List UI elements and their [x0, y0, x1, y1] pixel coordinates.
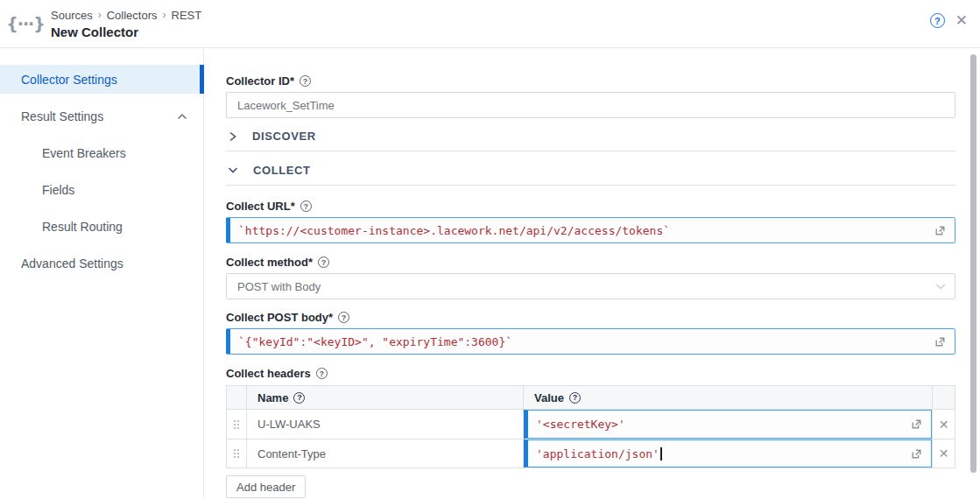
collect-method-label: Collect method* ?	[226, 256, 955, 269]
collect-headers-table: Name ? Value ? U-LW-UAKS '<sec	[226, 385, 955, 468]
chevron-up-icon	[177, 112, 187, 121]
sidebar-item-label: Result Settings	[21, 109, 103, 123]
drag-handle-icon[interactable]	[234, 449, 239, 458]
help-tooltip-icon[interactable]: ?	[318, 257, 329, 268]
expand-editor-icon[interactable]	[910, 418, 923, 431]
expand-editor-icon[interactable]	[934, 224, 947, 237]
collect-url-label-text: Collect URL*	[226, 200, 295, 213]
name-column-label: Name	[257, 391, 288, 404]
breadcrumb-sources[interactable]: Sources	[51, 9, 93, 22]
help-icon[interactable]: ?	[930, 13, 945, 28]
help-tooltip-icon[interactable]: ?	[338, 312, 349, 323]
help-tooltip-icon[interactable]: ?	[316, 368, 328, 379]
header-name-value: U-LW-UAKS	[257, 418, 321, 431]
collect-method-label-text: Collect method*	[226, 256, 313, 269]
help-tooltip-icon[interactable]: ?	[293, 392, 305, 404]
expand-editor-icon[interactable]	[910, 447, 923, 460]
settings-sidebar: Collector Settings Result Settings Event…	[0, 48, 204, 498]
discover-section-title: DISCOVER	[252, 130, 316, 143]
top-header: {···} Sources › Collectors › REST New Co…	[0, 0, 980, 48]
collect-post-body-value: `{"keyId":"<keyID>", "expiryTime":3600}`	[238, 335, 934, 348]
sidebar-item-result-settings[interactable]: Result Settings	[0, 102, 203, 130]
help-tooltip-icon[interactable]: ?	[300, 75, 311, 87]
remove-row-icon[interactable]: ✕	[939, 418, 949, 431]
collect-url-label: Collect URL* ?	[226, 200, 955, 213]
add-header-button[interactable]: Add header	[226, 475, 306, 498]
collect-post-body-label: Collect POST body* ?	[226, 311, 955, 324]
header-value-input[interactable]: 'application/json'	[524, 439, 932, 467]
breadcrumb: Sources › Collectors › REST	[51, 9, 201, 22]
discover-section-toggle[interactable]: DISCOVER	[226, 130, 955, 151]
header-name-cell[interactable]: U-LW-UAKS	[247, 410, 524, 439]
table-row: U-LW-UAKS '<secretKey>' ✕	[227, 410, 955, 439]
collect-post-body-label-text: Collect POST body*	[226, 311, 333, 324]
sidebar-item-label: Fields	[42, 183, 74, 197]
vertical-scrollbar[interactable]	[970, 54, 976, 473]
table-header-row: Name ? Value ?	[227, 386, 955, 410]
sidebar-item-label: Advanced Settings	[21, 257, 123, 271]
value-column-label: Value	[534, 391, 564, 404]
collect-post-body-input[interactable]: `{"keyId":"<keyID>", "expiryTime":3600}`	[226, 328, 955, 355]
table-row: Content-Type 'application/json' ✕	[227, 439, 955, 468]
collector-id-input[interactable]	[226, 92, 955, 118]
text-cursor	[660, 447, 662, 460]
header-value-text: '<secretKey>'	[536, 418, 910, 431]
collector-settings-form: Collector ID* ? DISCOVER COLLECT Collect…	[204, 48, 980, 498]
value-column-header: Value ?	[524, 386, 933, 409]
breadcrumb-separator: ›	[98, 9, 102, 21]
collect-section-toggle[interactable]: COLLECT	[226, 164, 955, 186]
header-name-cell[interactable]: Content-Type	[247, 439, 524, 467]
breadcrumb-rest[interactable]: REST	[172, 9, 202, 22]
collect-headers-label: Collect headers ?	[226, 367, 955, 380]
collector-id-label-text: Collector ID*	[226, 74, 294, 88]
app-logo-icon[interactable]: {···}	[0, 14, 51, 33]
header-name-value: Content-Type	[257, 447, 326, 460]
close-icon[interactable]: ✕	[955, 13, 968, 28]
collector-id-label: Collector ID* ?	[226, 74, 955, 88]
chevron-right-icon	[228, 131, 237, 142]
sidebar-item-collector-settings[interactable]: Collector Settings	[0, 65, 203, 94]
sidebar-item-result-routing[interactable]: Result Routing	[0, 212, 203, 241]
breadcrumb-collectors[interactable]: Collectors	[107, 9, 158, 22]
help-tooltip-icon[interactable]: ?	[569, 392, 581, 404]
sidebar-item-event-breakers[interactable]: Event Breakers	[0, 138, 203, 167]
name-column-header: Name ?	[247, 386, 524, 409]
drag-handle-icon[interactable]	[234, 420, 239, 429]
drag-column-header	[227, 386, 247, 409]
collect-method-select[interactable]: POST with Body	[226, 273, 955, 299]
sidebar-item-label: Result Routing	[42, 220, 123, 234]
sidebar-item-label: Event Breakers	[42, 146, 126, 160]
header-value-input[interactable]: '<secretKey>'	[524, 410, 932, 439]
breadcrumb-separator: ›	[163, 9, 166, 21]
sidebar-item-advanced-settings[interactable]: Advanced Settings	[0, 249, 203, 278]
chevron-down-icon	[228, 165, 238, 175]
chevron-down-icon	[935, 282, 946, 292]
sidebar-item-fields[interactable]: Fields	[0, 175, 203, 204]
sidebar-item-label: Collector Settings	[21, 73, 117, 87]
remove-column-header	[933, 386, 955, 409]
collect-method-value: POST with Body	[237, 280, 935, 293]
collect-section-title: COLLECT	[253, 164, 311, 177]
expand-editor-icon[interactable]	[934, 335, 947, 348]
header-value-text: 'application/json'	[536, 447, 659, 460]
remove-row-icon[interactable]: ✕	[939, 447, 949, 460]
collect-url-input[interactable]: `https://<customer-instance>.lacework.ne…	[226, 217, 955, 243]
collect-url-value: `https://<customer-instance>.lacework.ne…	[238, 224, 934, 237]
collect-headers-label-text: Collect headers	[226, 367, 311, 380]
page-title: New Collector	[51, 25, 201, 39]
help-tooltip-icon[interactable]: ?	[300, 200, 312, 212]
